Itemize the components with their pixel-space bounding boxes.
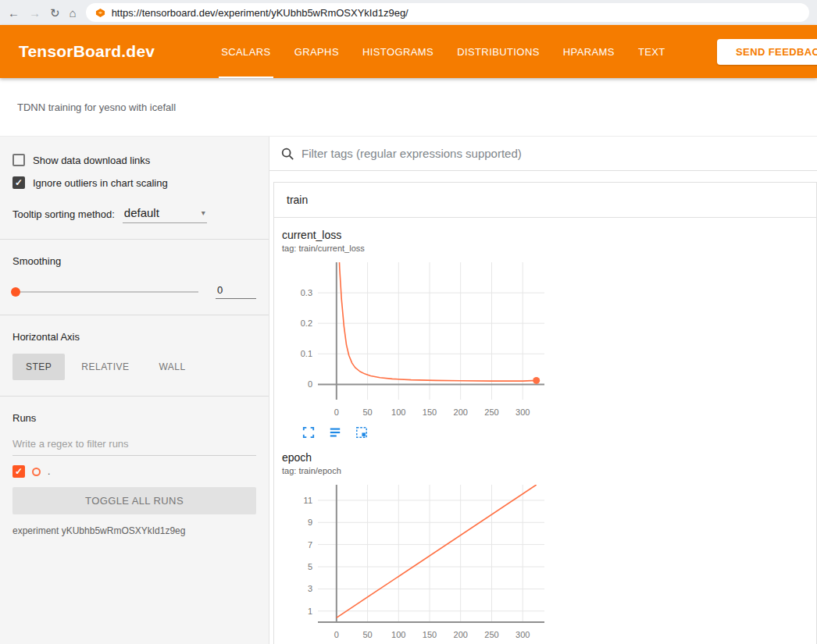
forward-icon[interactable]: → bbox=[29, 7, 41, 19]
chart-card-current_loss: current_losstag: train/current_loss05010… bbox=[274, 222, 555, 445]
svg-text:50: 50 bbox=[362, 630, 372, 639]
run-checkbox[interactable] bbox=[12, 465, 25, 478]
reload-icon[interactable]: ↻ bbox=[50, 7, 60, 19]
svg-text:7: 7 bbox=[308, 540, 312, 550]
send-feedback-button[interactable]: SEND FEEDBACK bbox=[717, 39, 817, 65]
run-row[interactable]: . bbox=[12, 465, 256, 478]
tooltip-sorting-select[interactable]: default ▾ bbox=[123, 206, 207, 223]
svg-text:50: 50 bbox=[362, 407, 372, 417]
header-tabs: SCALARSGRAPHSHISTOGRAMSDISTRIBUTIONSHPAR… bbox=[209, 25, 677, 78]
chart-title: current_loss bbox=[282, 229, 555, 241]
chart-tag: tag: train/current_loss bbox=[282, 244, 555, 253]
horizontal-axis-label: Horizontal Axis bbox=[12, 331, 256, 343]
expand-chart-icon[interactable] bbox=[302, 425, 315, 440]
svg-text:300: 300 bbox=[516, 407, 530, 417]
train-group-card: train current_losstag: train/current_los… bbox=[273, 182, 817, 644]
subheader: TDNN training for yesno with icefall bbox=[0, 78, 817, 137]
show-download-links-checkbox[interactable] bbox=[12, 154, 25, 166]
runs-label: Runs bbox=[12, 412, 256, 424]
app-logo[interactable]: TensorBoard.dev bbox=[19, 42, 155, 61]
svg-text:250: 250 bbox=[484, 630, 498, 639]
address-bar[interactable]: https://tensorboard.dev/experiment/yKUbh… bbox=[86, 3, 809, 22]
svg-text:11: 11 bbox=[304, 496, 312, 505]
experiment-caption: experiment yKUbhb5wRmOSXYkId1z9eg bbox=[12, 525, 256, 536]
svg-text:0: 0 bbox=[308, 379, 312, 389]
svg-text:150: 150 bbox=[423, 407, 437, 417]
horizontal-axis-buttons: STEPRELATIVEWALL bbox=[12, 354, 256, 380]
svg-text:0: 0 bbox=[334, 630, 339, 639]
back-icon[interactable]: ← bbox=[8, 7, 20, 19]
divider bbox=[0, 315, 269, 315]
tab-graphs[interactable]: GRAPHS bbox=[283, 25, 351, 78]
app-header: TensorBoard.dev SCALARSGRAPHSHISTOGRAMSD… bbox=[0, 25, 817, 78]
svg-text:300: 300 bbox=[516, 630, 530, 639]
ignore-outliers-checkbox-row[interactable]: Ignore outliers in chart scaling bbox=[12, 176, 256, 189]
chevron-down-icon: ▾ bbox=[202, 208, 205, 217]
svg-text:3: 3 bbox=[308, 584, 312, 593]
main-content: train current_losstag: train/current_los… bbox=[269, 137, 817, 644]
svg-text:0.1: 0.1 bbox=[301, 349, 312, 358]
chart-toolbar bbox=[302, 425, 555, 440]
tab-hparams[interactable]: HPARAMS bbox=[551, 25, 626, 78]
toggle-all-runs-button[interactable]: TOGGLE ALL RUNS bbox=[12, 487, 256, 514]
settings-sidebar: Show data download links Ignore outliers… bbox=[0, 137, 269, 644]
svg-text:100: 100 bbox=[391, 630, 405, 639]
svg-text:200: 200 bbox=[454, 407, 468, 417]
svg-text:200: 200 bbox=[454, 630, 468, 639]
tooltip-sorting-label: Tooltip sorting method: bbox=[12, 208, 115, 223]
chart-plot[interactable]: 0501001502002503001357911 bbox=[282, 480, 548, 644]
svg-text:9: 9 bbox=[308, 518, 312, 527]
smoothing-label: Smoothing bbox=[12, 255, 256, 267]
svg-text:150: 150 bbox=[423, 630, 437, 639]
experiment-title: TDNN training for yesno with icefall bbox=[17, 101, 176, 113]
ignore-outliers-label: Ignore outliers in chart scaling bbox=[33, 177, 168, 189]
tag-filter-input[interactable] bbox=[301, 147, 817, 160]
svg-text:0.2: 0.2 bbox=[301, 318, 312, 328]
runs-filter-input[interactable] bbox=[12, 432, 256, 456]
ignore-outliers-checkbox[interactable] bbox=[12, 176, 25, 189]
chart-card-epoch: epochtag: train/epoch0501001502002503001… bbox=[274, 445, 555, 644]
smoothing-value[interactable]: 0 bbox=[216, 284, 256, 299]
divider bbox=[0, 239, 269, 240]
tab-text[interactable]: TEXT bbox=[626, 25, 677, 78]
site-favicon-icon bbox=[95, 8, 105, 18]
smoothing-slider-thumb[interactable] bbox=[11, 287, 20, 297]
svg-text:5: 5 bbox=[308, 562, 312, 571]
chart-plot[interactable]: 05010015020025030000.10.20.3 bbox=[282, 258, 548, 422]
svg-text:100: 100 bbox=[391, 407, 405, 417]
svg-text:250: 250 bbox=[484, 407, 498, 417]
show-download-links-checkbox-row[interactable]: Show data download links bbox=[12, 154, 256, 166]
axis-button-wall[interactable]: WALL bbox=[145, 354, 198, 380]
search-icon bbox=[280, 147, 294, 161]
tab-histograms[interactable]: HISTOGRAMS bbox=[351, 25, 445, 78]
divider bbox=[0, 396, 269, 397]
browser-toolbar: ← → ↻ ⌂ https://tensorboard.dev/experime… bbox=[0, 0, 817, 25]
chart-title: epoch bbox=[282, 451, 555, 464]
run-name: . bbox=[48, 466, 50, 477]
svg-text:1: 1 bbox=[308, 607, 312, 616]
show-download-links-label: Show data download links bbox=[33, 155, 150, 166]
axis-button-relative[interactable]: RELATIVE bbox=[68, 354, 142, 380]
data-table-icon[interactable] bbox=[329, 425, 341, 440]
run-color-icon bbox=[32, 468, 41, 476]
train-group-header[interactable]: train bbox=[274, 183, 816, 218]
tab-scalars[interactable]: SCALARS bbox=[209, 25, 283, 78]
axis-button-step[interactable]: STEP bbox=[12, 354, 65, 380]
home-icon[interactable]: ⌂ bbox=[70, 7, 77, 19]
smoothing-slider[interactable] bbox=[12, 291, 198, 293]
tab-distributions[interactable]: DISTRIBUTIONS bbox=[445, 25, 551, 78]
url-text: https://tensorboard.dev/experiment/yKUbh… bbox=[112, 7, 408, 19]
tooltip-sorting-value: default bbox=[124, 206, 159, 219]
fit-domain-icon[interactable] bbox=[355, 425, 368, 440]
chart-tag: tag: train/epoch bbox=[282, 466, 555, 475]
charts-grid: current_losstag: train/current_loss05010… bbox=[274, 218, 816, 644]
tag-filter-bar bbox=[269, 137, 817, 171]
svg-text:0: 0 bbox=[334, 407, 339, 417]
svg-text:0.3: 0.3 bbox=[301, 288, 312, 297]
